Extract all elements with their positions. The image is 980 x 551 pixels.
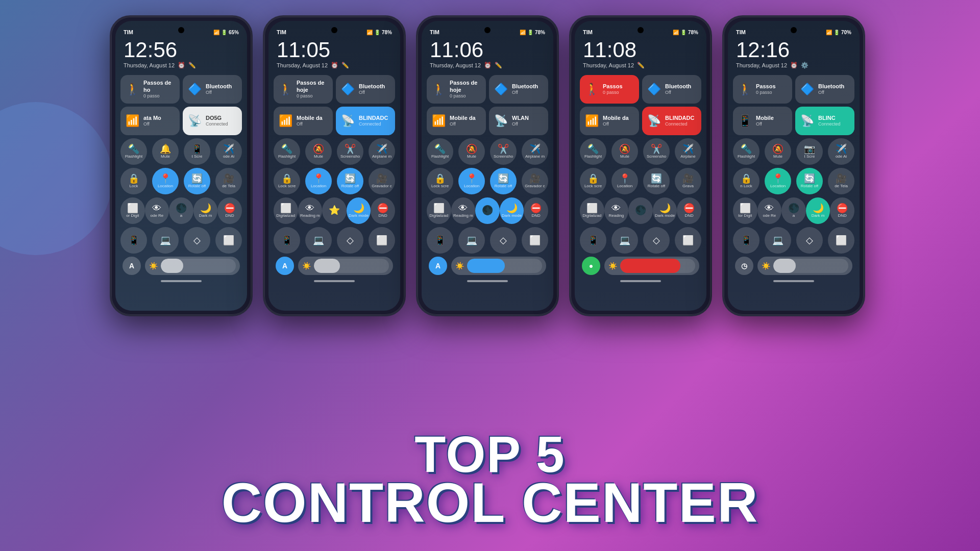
phone-1-recorder-btn[interactable]: 🎥 de Tela	[215, 168, 242, 194]
phone-2-lock-btn[interactable]: 🔒Lock scre	[274, 168, 300, 194]
phone-4-extra1-btn[interactable]: 📱	[580, 227, 606, 254]
phone-1-extra1-btn[interactable]: 📱	[120, 227, 147, 254]
phone-2-extra1-btn[interactable]: 📱	[274, 227, 300, 254]
phone-2-star-btn[interactable]: ⭐	[322, 197, 347, 224]
phone-3-steps-tile[interactable]: 🚶 Passos de hoje 0 passo	[427, 75, 486, 104]
phone-5-lock-btn[interactable]: 🔒n Lock	[733, 168, 760, 194]
phone-2-rotate-btn[interactable]: 🔄Rotate off	[337, 168, 363, 194]
phone-5-dnd-btn[interactable]: ⛔DND	[830, 197, 854, 224]
phone-2-location-btn[interactable]: 📍Location	[305, 168, 332, 194]
phone-2-airplane-btn[interactable]: ✈️Airplane m	[369, 138, 395, 165]
phone-3-brightness[interactable]: ☀️	[451, 257, 546, 275]
phone-1-dark-btn[interactable]: 🌙 Dark m	[193, 197, 218, 224]
phone-1-rotate-btn[interactable]: 🔄 Rotate off	[184, 168, 210, 194]
phone-2-mute-btn[interactable]: 🔕Mute	[305, 138, 332, 165]
phone-3-location-btn[interactable]: 📍Location	[458, 168, 485, 194]
phone-5-rotate-btn[interactable]: 🔄Rotate off	[796, 168, 823, 194]
phone-4-steps-tile[interactable]: 🚶 Passos 0 passo	[580, 75, 639, 104]
phone-5-flashlight-btn[interactable]: 🔦Flashlight	[733, 138, 760, 165]
phone-1-screenshot-btn[interactable]: 📱 t Scre	[184, 138, 210, 165]
phone-2-digit-btn[interactable]: ⬜Digitalizad	[274, 197, 298, 224]
phone-5-extra4-btn[interactable]: ⬜	[828, 227, 854, 254]
phone-4-extra3-btn[interactable]: ◇	[643, 227, 670, 254]
phone-1-bluetooth-tile[interactable]: 🔷 Bluetooth Off	[183, 75, 242, 104]
phone-4-location-btn[interactable]: 📍Location	[611, 168, 638, 194]
phone-4-extra2-btn[interactable]: 💻	[611, 227, 638, 254]
phone-5-steps-tile[interactable]: 🚶 Passos 0 passo	[733, 75, 792, 104]
phone-1-airplane-btn[interactable]: ✈️ ode Ai	[215, 138, 242, 165]
phone-4-flashlight-btn[interactable]: 🔦Flashlight	[580, 138, 606, 165]
phone-5-extra1-btn[interactable]: 📱	[733, 227, 760, 254]
phone-3-mobile-tile[interactable]: 📶 Mobile da Off	[427, 107, 486, 135]
phone-1-location-btn[interactable]: 📍 Location	[152, 168, 179, 194]
phone-3-mute-btn[interactable]: 🔕Mute	[458, 138, 485, 165]
phone-5-screenshot-btn[interactable]: 📷t Scre	[796, 138, 823, 165]
phone-5-invert-btn[interactable]: 🌑a	[781, 197, 806, 224]
phone-2-brightness[interactable]: ☀️	[298, 257, 393, 275]
phone-4-blindadc-tile[interactable]: 📡 BLINDADC Connected	[642, 107, 701, 135]
phone-1-flashlight-btn[interactable]: 🔦 Flashlight	[120, 138, 147, 165]
phone-2-dnd-btn[interactable]: ⛔DND	[371, 197, 395, 224]
phone-1-do5g-tile[interactable]: 📡 DO5G Connected	[183, 107, 242, 135]
phone-4-extra4-btn[interactable]: ⬜	[675, 227, 701, 254]
phone-3-dnd-btn[interactable]: ⛔DND	[524, 197, 548, 224]
phone-1-extra3-btn[interactable]: ◇	[184, 227, 210, 254]
phone-4-auto-btn[interactable]: ●	[582, 257, 600, 275]
phone-1-auto-btn[interactable]: A	[122, 257, 141, 275]
phone-3-dark-btn[interactable]: 🌙Dark mode	[500, 197, 524, 224]
phone-4-dnd-btn[interactable]: ⛔DND	[677, 197, 701, 224]
phone-1-extra4-btn[interactable]: ⬜	[215, 227, 242, 254]
phone-5-dark-btn[interactable]: 🌙Dark m	[806, 197, 830, 224]
phone-3-bt-tile[interactable]: 🔷 Bluetooth Off	[489, 75, 548, 104]
phone-1-digit-btn[interactable]: ⬜ or Digit	[120, 197, 145, 224]
phone-1-invert-btn[interactable]: 🌑 a	[169, 197, 193, 224]
phone-4-airplane-btn[interactable]: ✈️Airplane	[675, 138, 701, 165]
phone-5-bt-tile[interactable]: 🔷 Bluetooth Off	[795, 75, 854, 104]
phone-4-brightness[interactable]: ☀️	[604, 257, 699, 275]
phone-4-mobile-tile[interactable]: 📶 Mobile da Off	[580, 107, 639, 135]
phone-2-flashlight-btn[interactable]: 🔦Flashlight	[274, 138, 300, 165]
phone-1-mobile-tile[interactable]: 📶 ata Mo Off	[120, 107, 180, 135]
phone-2-dark-btn[interactable]: 🌙Dark mode	[347, 197, 371, 224]
phone-3-extra4-btn[interactable]: ⬜	[522, 227, 548, 254]
phone-3-extra2-btn[interactable]: 💻	[458, 227, 485, 254]
phone-2-screenshot-btn[interactable]: ✂️Screensho	[337, 138, 363, 165]
phone-4-screenshot-btn[interactable]: ✂️Screensho	[643, 138, 670, 165]
phone-2-auto-btn[interactable]: A	[276, 257, 294, 275]
phone-3-recorder-btn[interactable]: 🎥Gravador c	[522, 168, 548, 194]
phone-5-airplane-btn[interactable]: ✈️ode Ai	[828, 138, 854, 165]
phone-5-mute-btn[interactable]: 🔕Mute	[765, 138, 791, 165]
phone-2-extra4-btn[interactable]: ⬜	[369, 227, 395, 254]
phone-3-invert-btn[interactable]: 🌑	[475, 197, 500, 224]
phone-3-digit-btn[interactable]: ⬜Digitalizad	[427, 197, 451, 224]
phone-4-lock-btn[interactable]: 🔒Lock scre	[580, 168, 606, 194]
phone-3-reading-btn[interactable]: 👁Reading m	[451, 197, 476, 224]
phone-1-mute-btn[interactable]: 🔔 Mute	[152, 138, 179, 165]
phone-4-digit-btn[interactable]: ⬜Digitalizad	[580, 197, 604, 224]
phone-5-recorder-btn[interactable]: 🎥de Tela	[828, 168, 854, 194]
phone-2-extra3-btn[interactable]: ◇	[337, 227, 363, 254]
phone-4-mute-btn[interactable]: 🔕Mute	[611, 138, 638, 165]
phone-5-extra3-btn[interactable]: ◇	[796, 227, 823, 254]
phone-5-brightness[interactable]: ☀️	[757, 257, 852, 275]
phone-1-dnd-btn[interactable]: ⛔ DND	[217, 197, 242, 224]
phone-2-bluetooth-tile[interactable]: 🔷 Bluetooth Off	[336, 75, 395, 104]
phone-5-extra2-btn[interactable]: 💻	[765, 227, 791, 254]
phone-3-flashlight-btn[interactable]: 🔦Flashlight	[427, 138, 453, 165]
phone-3-wlan-tile[interactable]: 📡 WLAN Off	[489, 107, 548, 135]
phone-2-blindadc-tile[interactable]: 📡 BLINDADC Connected	[336, 107, 395, 135]
phone-2-steps-tile[interactable]: 🚶 Passos de hoje 0 passo	[274, 75, 333, 104]
phone-2-mobile-tile[interactable]: 📶 Mobile da Off	[274, 107, 333, 135]
phone-4-dark-btn[interactable]: 🌙Dark mode	[653, 197, 677, 224]
phone-3-screenshot-btn[interactable]: ✂️Screensho	[490, 138, 517, 165]
phone-5-auto-btn[interactable]: ◷	[735, 257, 753, 275]
phone-2-recorder-btn[interactable]: 🎥Gravador c	[369, 168, 395, 194]
phone-2-reading-btn[interactable]: 👁Reading m	[298, 197, 323, 224]
phone-4-bt-tile[interactable]: 🔷 Bluetooth Off	[642, 75, 701, 104]
phone-5-digit-btn[interactable]: ⬜lor Digit	[733, 197, 757, 224]
phone-4-recorder-btn[interactable]: 🎥Grava	[675, 168, 701, 194]
phone-4-reading-btn[interactable]: 👁Reading	[604, 197, 629, 224]
phone-4-invert-btn[interactable]: 🌑	[628, 197, 653, 224]
phone-1-brightness[interactable]: ☀️	[145, 257, 240, 275]
phone-4-rotate-btn[interactable]: 🔄Rotate off	[643, 168, 670, 194]
